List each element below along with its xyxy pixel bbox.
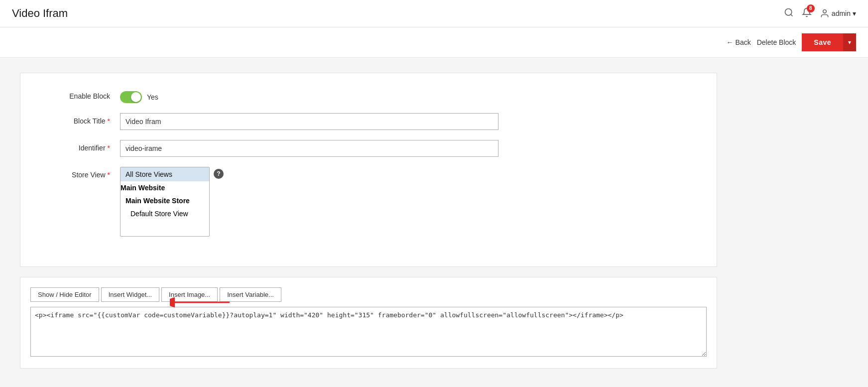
search-icon[interactable] xyxy=(784,7,794,20)
header-right: 8 admin ▾ xyxy=(784,7,856,20)
store-view-row: Store View* All Store Views Main Website… xyxy=(40,167,697,237)
enable-block-control: Yes xyxy=(120,88,498,103)
page-content: Enable Block Yes Block Title* xyxy=(0,58,868,385)
editor-section: Show / Hide Editor Insert Widget... Inse… xyxy=(20,277,717,369)
block-title-row: Block Title* xyxy=(40,113,697,130)
page-header: Video Ifram 8 admin ▾ xyxy=(0,0,868,27)
toggle-wrapper: Yes xyxy=(120,88,498,103)
editor-toolbar: Show / Hide Editor Insert Widget... Inse… xyxy=(30,287,707,302)
insert-widget-button[interactable]: Insert Widget... xyxy=(101,287,159,302)
username-label: admin xyxy=(832,9,851,17)
show-hide-editor-button[interactable]: Show / Hide Editor xyxy=(30,287,99,302)
enable-block-label: Enable Block xyxy=(40,88,120,100)
store-view-wrapper: All Store Views Main Website Main Websit… xyxy=(120,167,498,237)
required-indicator-2: * xyxy=(108,144,110,152)
delete-block-button[interactable]: Delete Block xyxy=(757,38,796,46)
identifier-control xyxy=(120,140,498,157)
save-dropdown-button[interactable]: ▾ xyxy=(843,33,856,51)
identifier-input[interactable] xyxy=(120,140,498,157)
identifier-row: Identifier* xyxy=(40,140,697,157)
store-view-control: All Store Views Main Website Main Websit… xyxy=(120,167,498,237)
content-wrapper: Enable Block Yes Block Title* xyxy=(20,73,717,369)
editor-textarea[interactable]: <p><iframe src="{{customVar code=custome… xyxy=(30,307,707,357)
svg-point-2 xyxy=(823,10,827,13)
back-button[interactable]: ← Back xyxy=(727,38,751,46)
notification-badge: 8 xyxy=(807,4,815,12)
block-title-input[interactable] xyxy=(120,113,498,130)
required-indicator: * xyxy=(108,117,110,125)
action-toolbar: ← Back Delete Block Save ▾ xyxy=(0,27,868,58)
required-indicator-3: * xyxy=(108,171,110,179)
toggle-yes-label: Yes xyxy=(147,93,158,101)
help-icon[interactable]: ? xyxy=(214,169,224,179)
insert-variable-button[interactable]: Insert Variable... xyxy=(220,287,281,302)
identifier-label: Identifier* xyxy=(40,140,120,152)
enable-block-row: Enable Block Yes xyxy=(40,88,697,103)
insert-image-button[interactable]: Insert Image... xyxy=(161,287,218,302)
save-button[interactable]: Save xyxy=(802,33,843,51)
store-view-select[interactable]: All Store Views Main Website Main Websit… xyxy=(120,167,210,237)
svg-point-0 xyxy=(785,8,791,15)
block-title-label: Block Title* xyxy=(40,113,120,125)
user-dropdown-icon: ▾ xyxy=(853,9,856,17)
save-button-group: Save ▾ xyxy=(802,33,856,51)
svg-line-1 xyxy=(791,14,793,16)
store-view-label: Store View* xyxy=(40,167,120,179)
toggle-knob xyxy=(131,92,141,102)
bell-icon[interactable]: 8 xyxy=(802,7,812,20)
back-arrow-icon: ← xyxy=(727,38,734,46)
page-title: Video Ifram xyxy=(12,7,68,20)
admin-user[interactable]: admin ▾ xyxy=(820,8,856,18)
block-title-control xyxy=(120,113,498,130)
form-section: Enable Block Yes Block Title* xyxy=(20,73,717,267)
enable-toggle[interactable] xyxy=(120,91,142,103)
